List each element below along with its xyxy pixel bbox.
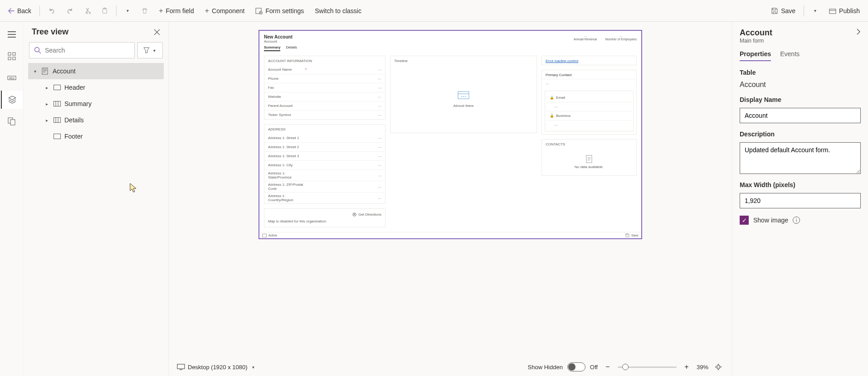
prop-description-label: Description [740, 130, 861, 138]
field-row[interactable]: Phone--- [264, 74, 385, 83]
device-selector[interactable]: Desktop (1920 x 1080) ▾ [177, 364, 256, 371]
prop-displayname-input[interactable] [740, 108, 861, 123]
form-settings-button[interactable]: Form settings [251, 5, 308, 17]
filter-icon [143, 47, 150, 53]
section-primary-contact[interactable]: Primary Contact --- 🔒Email --- 🔒Business… [541, 70, 637, 135]
field-row[interactable]: Address 1: ZIP/Postal Code--- [264, 181, 385, 192]
rail-libraries[interactable] [1, 112, 23, 130]
field-row[interactable]: Address 1: Country/Region--- [264, 192, 385, 203]
tree-node-header[interactable]: ▸ Header [28, 79, 164, 96]
nodata-msg: No data available. [575, 165, 604, 169]
field-value: --- [378, 163, 381, 167]
tree-node-footer[interactable]: Footer [28, 128, 164, 145]
field-row[interactable]: Address 1: State/Province--- [264, 169, 385, 181]
zoom-slider[interactable] [618, 366, 677, 368]
field-row[interactable]: Address 1: Street 1--- [264, 133, 385, 142]
section-error-control[interactable]: Error loading control [541, 56, 637, 65]
field-value: --- [378, 67, 381, 72]
field-row[interactable]: Address 1: City--- [264, 160, 385, 169]
component-label: Component [212, 7, 244, 14]
show-hidden-toggle[interactable] [567, 362, 585, 371]
svg-rect-15 [54, 85, 61, 90]
canvas-tabs: Summary Details [259, 43, 641, 51]
tree-close-button[interactable] [154, 29, 160, 35]
publish-button[interactable]: Publish [824, 5, 864, 17]
delete-button[interactable] [137, 5, 152, 17]
undo-icon [48, 7, 55, 14]
form-subtitle: Account [264, 39, 293, 43]
zoom-in-button[interactable]: + [681, 362, 692, 372]
section-address[interactable]: ADDRESS Address 1: Street 1---Address 1:… [264, 124, 385, 204]
section-timeline[interactable]: Timeline Almost there [390, 56, 537, 133]
rail-hamburger[interactable] [1, 25, 23, 43]
field-label: Address 1: State/Province [268, 171, 304, 179]
rail-tree-view[interactable] [1, 91, 23, 109]
props-tab-events[interactable]: Events [780, 50, 800, 61]
field-icon: Abc [7, 75, 16, 81]
field-row[interactable]: Address 1: Street 3--- [264, 151, 385, 160]
separator [39, 5, 40, 16]
tree-node-account[interactable]: ▾ Account [28, 63, 164, 79]
undo-button[interactable] [44, 5, 60, 17]
prop-description-input[interactable] [740, 142, 861, 174]
section-map[interactable]: Get Directions Map is disabled for this … [264, 208, 385, 227]
switch-classic-button[interactable]: Switch to classic [310, 5, 366, 17]
close-icon [154, 29, 160, 35]
props-tab-properties[interactable]: Properties [740, 50, 771, 61]
publish-icon [829, 7, 836, 14]
field-label: Address 1: ZIP/Postal Code [268, 183, 304, 191]
section-contacts[interactable]: CONTACTS No data available. [541, 139, 637, 176]
field-value: --- [378, 104, 381, 108]
save-dropdown[interactable]: ▾ [808, 5, 823, 16]
field-value: --- [378, 113, 381, 117]
tree-node-details[interactable]: ▸ Details [28, 112, 164, 128]
tree-filter-button[interactable]: ▾ [137, 42, 163, 58]
paste-dropdown[interactable]: ▾ [120, 5, 135, 16]
publish-label: Publish [839, 7, 860, 14]
field-label: Email [556, 96, 592, 100]
zoom-out-button[interactable]: − [602, 362, 613, 372]
form-canvas[interactable]: New Account Account ---Annual Revenue --… [258, 30, 642, 239]
chevron-down-icon: ▾ [151, 48, 157, 53]
field-row[interactable]: Address 1: Street 2--- [264, 142, 385, 151]
field-row[interactable]: Website--- [264, 92, 385, 101]
prop-showimage-checkbox[interactable]: ✓ [740, 216, 749, 225]
back-button[interactable]: Back [4, 5, 36, 17]
component-button[interactable]: + Component [200, 5, 249, 17]
info-icon[interactable]: i [793, 217, 800, 224]
section-account-info[interactable]: ACCOUNT INFORMATION Account Name*---Phon… [264, 56, 385, 120]
cut-icon [84, 7, 91, 14]
save-label: Save [781, 7, 795, 14]
save-button[interactable]: Save [766, 5, 800, 17]
get-directions-link[interactable]: Get Directions [268, 212, 381, 217]
tree-search-box[interactable] [29, 42, 135, 58]
canvas-tab-summary[interactable]: Summary [264, 45, 280, 51]
paste-icon [102, 7, 108, 14]
paste-button[interactable] [97, 5, 112, 17]
tree-node-summary[interactable]: ▸ Summary [28, 96, 164, 112]
tree-search-input[interactable] [45, 47, 130, 54]
field-row[interactable]: Account Name*--- [264, 65, 385, 74]
form-settings-label: Form settings [265, 7, 304, 14]
zoom-percent: 39% [697, 364, 708, 371]
redo-button[interactable] [62, 5, 78, 17]
prop-maxwidth-input[interactable] [740, 193, 861, 208]
rail-fields[interactable]: Abc [1, 69, 23, 87]
field-row[interactable]: Parent Account--- [264, 101, 385, 110]
svg-rect-12 [10, 120, 15, 125]
field-row[interactable]: Ticker Symbol--- [264, 110, 385, 119]
svg-rect-8 [13, 57, 15, 60]
rail-components[interactable] [1, 47, 23, 65]
cut-button[interactable] [80, 5, 95, 17]
top-toolbar: Back ▾ + Form field + Component Fo [0, 0, 868, 22]
fit-to-screen-button[interactable] [713, 362, 724, 372]
arrow-left-icon [8, 8, 15, 14]
error-link[interactable]: Error loading control [542, 56, 636, 65]
form-field-button[interactable]: + Form field [154, 5, 199, 17]
canvas-tab-details[interactable]: Details [286, 45, 297, 51]
field-row[interactable]: Fax--- [264, 83, 385, 92]
svg-rect-5 [8, 53, 11, 55]
svg-rect-26 [177, 364, 185, 369]
tab-icon [54, 101, 61, 106]
props-collapse-button[interactable] [856, 28, 861, 35]
